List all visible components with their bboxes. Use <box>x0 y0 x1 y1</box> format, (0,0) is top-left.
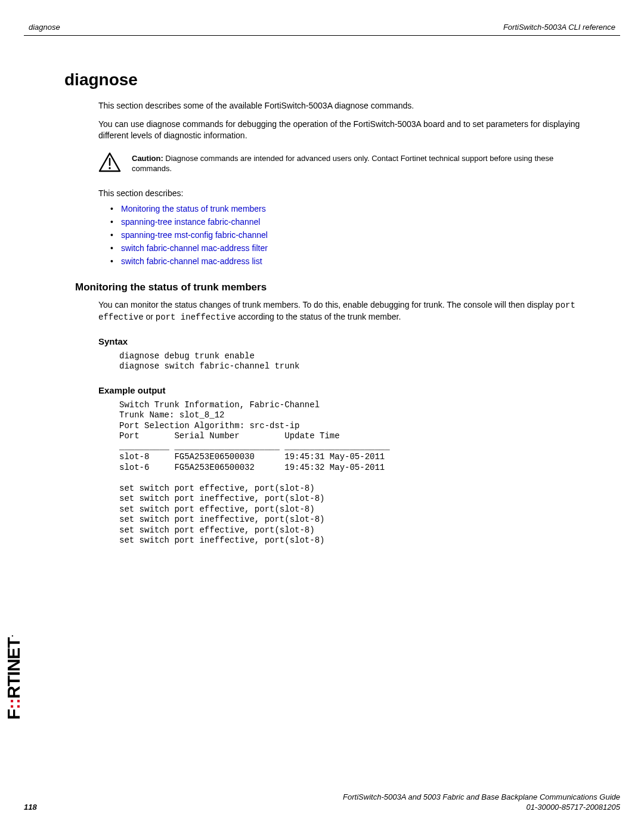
inline-code: port ineffective <box>156 312 236 322</box>
monitor-post: according to the status of the trunk mem… <box>236 312 401 321</box>
list-item: Monitoring the status of trunk members <box>110 204 587 213</box>
list-item: spanning-tree instance fabric-channel <box>110 217 587 227</box>
topic-link[interactable]: switch fabric-channel mac-address list <box>121 256 262 266</box>
list-item: switch fabric-channel mac-address list <box>110 256 587 266</box>
syntax-block: diagnose debug trunk enable diagnose swi… <box>119 351 596 372</box>
logo-text-part2: RTINET <box>4 637 23 698</box>
example-output-heading: Example output <box>98 385 620 395</box>
topic-link-list: Monitoring the status of trunk members s… <box>110 204 587 266</box>
list-item: switch fabric-channel mac-address filter <box>110 243 587 253</box>
example-output-block: Switch Trunk Information, Fabric-Channel… <box>119 400 596 546</box>
monitoring-heading: Monitoring the status of trunk members <box>75 281 620 293</box>
page-footer: FortiSwitch-5003A and 5003 Fabric and Ba… <box>24 792 620 812</box>
page-header: diagnose FortiSwitch-5003A CLI reference <box>24 23 620 36</box>
page-number: 118 <box>24 803 37 812</box>
footer-guide-title: FortiSwitch-5003A and 5003 Fabric and Ba… <box>24 792 620 801</box>
svg-point-2 <box>109 167 110 169</box>
topic-link[interactable]: spanning-tree mst-config fabric-channel <box>121 230 268 240</box>
section-describes: This section describes: <box>98 188 587 198</box>
topic-link[interactable]: Monitoring the status of trunk members <box>121 204 266 213</box>
header-right: FortiSwitch-5003A CLI reference <box>503 23 615 32</box>
syntax-heading: Syntax <box>98 336 620 346</box>
list-item: spanning-tree mst-config fabric-channel <box>110 230 587 240</box>
intro-block: This section describes some of the avail… <box>98 100 587 266</box>
footer-row: 118 01-30000-85717-20081205 <box>24 803 620 812</box>
caution-text: Caution: Diagnose commands are intended … <box>132 152 587 174</box>
intro-para-2: You can use diagnose commands for debugg… <box>98 119 587 141</box>
main-heading: diagnose <box>64 70 620 89</box>
topic-link[interactable]: switch fabric-channel mac-address filter <box>121 243 268 253</box>
logo-red-glyph: :: <box>4 699 23 710</box>
caution-label: Caution: <box>132 154 163 163</box>
monitor-pre: You can monitor the status changes of tr… <box>98 300 555 309</box>
intro-para-1: This section describes some of the avail… <box>98 100 587 112</box>
monitoring-block: You can monitor the status changes of tr… <box>98 299 587 323</box>
header-left: diagnose <box>29 23 60 32</box>
fortinet-logo: F::RTINET. <box>2 635 24 720</box>
caution-body: Diagnose commands are intended for advan… <box>132 154 553 174</box>
logo-dot: . <box>2 635 16 638</box>
logo-text-part1: F <box>4 710 23 720</box>
caution-block: Caution: Diagnose commands are intended … <box>98 152 587 174</box>
document-page: diagnose FortiSwitch-5003A CLI reference… <box>0 0 644 833</box>
monitor-mid: or <box>144 312 156 321</box>
footer-doc-id: 01-30000-85717-20081205 <box>526 803 620 812</box>
caution-icon <box>98 152 121 174</box>
monitoring-para: You can monitor the status changes of tr… <box>98 299 587 323</box>
topic-link[interactable]: spanning-tree instance fabric-channel <box>121 217 260 227</box>
